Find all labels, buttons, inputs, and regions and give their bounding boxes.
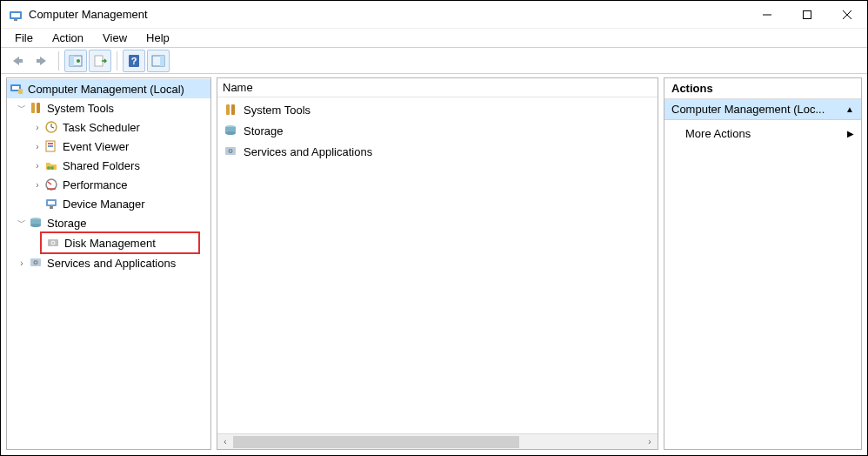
close-button[interactable] xyxy=(827,1,867,29)
svg-point-29 xyxy=(50,166,54,170)
svg-rect-19 xyxy=(18,89,23,94)
back-button[interactable] xyxy=(6,50,29,72)
tree-system-tools[interactable]: ﹀ System Tools xyxy=(7,98,210,117)
collapse-icon[interactable]: ﹀ xyxy=(16,102,28,114)
help-button[interactable]: ? xyxy=(123,50,145,72)
tree-root[interactable]: Computer Management (Local) xyxy=(7,79,210,98)
app-icon xyxy=(8,7,23,23)
horizontal-scrollbar[interactable]: ‹ › xyxy=(217,433,658,449)
actions-section-label: Computer Management (Loc... xyxy=(671,103,825,116)
scroll-track[interactable] xyxy=(233,436,642,448)
scroll-right-button[interactable]: › xyxy=(642,434,658,450)
tree-root-label: Computer Management (Local) xyxy=(28,83,184,96)
list-header-name[interactable]: Name xyxy=(217,78,658,97)
show-hide-tree-button[interactable] xyxy=(64,50,87,72)
tree-item-label: Event Viewer xyxy=(63,140,129,153)
chevron-up-icon: ▲ xyxy=(845,104,854,114)
navigation-tree[interactable]: Computer Management (Local) ﹀ System Too… xyxy=(7,78,210,449)
tree-performance[interactable]: › Performance xyxy=(7,175,210,194)
expand-icon[interactable]: › xyxy=(31,161,43,171)
list-item-label: System Tools xyxy=(244,104,310,117)
tree-device-manager[interactable]: Device Manager xyxy=(7,194,210,213)
content-panel: Name System Tools Storage Services and A… xyxy=(217,77,658,450)
tree-item-label: Task Scheduler xyxy=(63,121,140,134)
tree-shared-folders[interactable]: › Shared Folders xyxy=(7,156,210,175)
list-item-label: Services and Applications xyxy=(244,145,372,158)
main-area: Computer Management (Local) ﹀ System Too… xyxy=(1,74,867,455)
svg-rect-12 xyxy=(95,56,103,66)
list-item-services-apps[interactable]: Services and Applications xyxy=(217,141,658,162)
actions-title: Actions xyxy=(671,82,713,95)
shared-folders-icon xyxy=(43,158,59,173)
svg-rect-27 xyxy=(48,145,53,147)
export-list-button[interactable] xyxy=(89,50,111,72)
svg-rect-8 xyxy=(37,59,41,63)
clock-icon xyxy=(43,119,59,135)
window-title: Computer Management xyxy=(29,8,747,21)
tree-panel: Computer Management (Local) ﹀ System Too… xyxy=(6,77,211,450)
actions-header: Actions xyxy=(664,78,861,99)
actions-more[interactable]: More Actions ▶ xyxy=(664,120,861,146)
list-item-storage[interactable]: Storage xyxy=(217,120,658,141)
menu-view[interactable]: View xyxy=(94,30,136,46)
svg-point-28 xyxy=(47,166,50,170)
tree-storage[interactable]: ﹀ Storage xyxy=(7,213,210,232)
menubar: File Action View Help xyxy=(1,29,867,48)
svg-point-49 xyxy=(225,131,236,135)
tree-item-label: Disk Management xyxy=(64,237,156,250)
actions-panel: Actions Computer Management (Loc... ▲ Mo… xyxy=(664,77,862,450)
forward-button[interactable] xyxy=(30,50,53,72)
column-header-label: Name xyxy=(223,81,253,94)
event-viewer-icon xyxy=(43,138,59,154)
storage-icon xyxy=(28,215,43,231)
tree-event-viewer[interactable]: › Event Viewer xyxy=(7,137,210,156)
minimize-button[interactable] xyxy=(747,1,787,29)
window-controls xyxy=(747,1,867,29)
svg-rect-7 xyxy=(18,59,23,63)
tree-disk-management[interactable]: Disk Management xyxy=(42,233,198,252)
toolbar-separator xyxy=(117,51,117,70)
performance-icon xyxy=(43,177,59,192)
titlebar: Computer Management xyxy=(1,1,867,29)
svg-rect-20 xyxy=(31,103,35,113)
collapse-icon[interactable]: ﹀ xyxy=(16,217,28,229)
svg-point-38 xyxy=(30,224,41,227)
device-manager-icon xyxy=(43,196,59,211)
list-item-system-tools[interactable]: System Tools xyxy=(217,99,658,120)
show-hide-action-pane-button[interactable] xyxy=(147,50,170,72)
svg-rect-2 xyxy=(14,19,17,21)
svg-point-11 xyxy=(77,59,80,63)
menu-help[interactable]: Help xyxy=(137,30,178,46)
toolbar-separator xyxy=(58,51,59,70)
expand-icon[interactable]: › xyxy=(16,258,28,268)
svg-rect-46 xyxy=(231,104,235,115)
tree-item-label: Shared Folders xyxy=(63,159,140,172)
tree-item-label: Performance xyxy=(63,178,127,191)
menu-file[interactable]: File xyxy=(6,30,42,46)
svg-rect-18 xyxy=(12,86,19,90)
scroll-left-button[interactable]: ‹ xyxy=(217,434,233,450)
list-body[interactable]: System Tools Storage Services and Applic… xyxy=(217,97,658,164)
tree-task-scheduler[interactable]: › Task Scheduler xyxy=(7,117,210,137)
svg-rect-34 xyxy=(48,201,55,205)
computer-management-icon xyxy=(9,81,24,97)
expand-icon[interactable]: › xyxy=(31,180,43,190)
services-apps-icon xyxy=(223,144,238,159)
actions-section[interactable]: Computer Management (Loc... ▲ xyxy=(664,99,861,120)
svg-rect-45 xyxy=(226,104,230,115)
svg-rect-4 xyxy=(804,10,811,18)
expand-icon[interactable]: › xyxy=(31,142,43,151)
toolbar: ? xyxy=(1,48,867,74)
svg-rect-10 xyxy=(70,56,74,66)
tree-item-label: Storage xyxy=(47,217,87,230)
maximize-button[interactable] xyxy=(787,1,827,29)
menu-action[interactable]: Action xyxy=(43,30,92,46)
actions-more-label: More Actions xyxy=(685,127,751,140)
expand-icon[interactable]: › xyxy=(31,123,43,132)
chevron-right-icon: ▶ xyxy=(847,129,854,138)
tree-services-apps[interactable]: › Services and Applications xyxy=(7,253,210,272)
svg-rect-16 xyxy=(160,56,164,66)
svg-rect-1 xyxy=(11,13,20,17)
scroll-thumb[interactable] xyxy=(233,436,519,448)
tree-item-label: System Tools xyxy=(47,102,114,115)
